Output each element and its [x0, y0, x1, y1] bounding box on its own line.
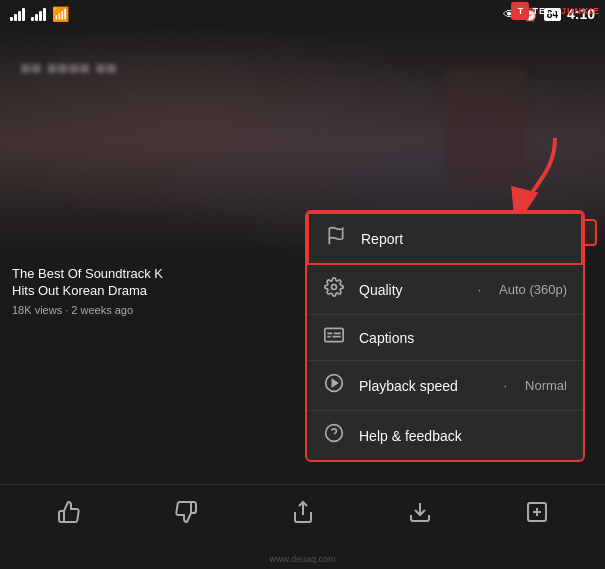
video-figure-blur	[445, 68, 525, 188]
video-text-blur: ■■ ■■■■ ■■	[20, 58, 117, 79]
playback-icon	[323, 373, 345, 398]
playback-dot: ·	[503, 378, 507, 393]
playback-value: Normal	[525, 378, 567, 393]
signal-bars-2	[31, 7, 46, 21]
flag-icon	[325, 226, 347, 251]
action-bar	[0, 484, 605, 539]
bottom-watermark: www.deuaq.com	[0, 554, 605, 564]
like-button[interactable]	[57, 500, 81, 524]
playback-label: Playback speed	[359, 378, 489, 394]
wifi-icon: 📶	[52, 6, 69, 22]
status-left: 📶	[10, 6, 69, 22]
menu-item-report[interactable]: Report	[307, 212, 583, 265]
quality-value: Auto (360p)	[499, 282, 567, 297]
quality-label: Quality	[359, 282, 463, 298]
quality-dot: ·	[477, 282, 481, 297]
share-button[interactable]	[291, 500, 315, 524]
report-label: Report	[361, 231, 565, 247]
add-to-playlist-button[interactable]	[525, 500, 549, 524]
context-menu: Report Quality · Auto (360p) Captions	[305, 210, 585, 462]
dislike-button[interactable]	[174, 500, 198, 524]
download-button[interactable]	[408, 500, 432, 524]
help-icon	[323, 423, 345, 448]
signal-bars-1	[10, 7, 25, 21]
captions-label: Captions	[359, 330, 567, 346]
watermark: T TECHJUNKIE	[511, 2, 600, 20]
gear-icon	[323, 277, 345, 302]
menu-item-playback[interactable]: Playback speed · Normal	[307, 361, 583, 411]
menu-item-captions[interactable]: Captions	[307, 315, 583, 361]
watermark-logo: T	[511, 2, 529, 20]
menu-item-quality[interactable]: Quality · Auto (360p)	[307, 265, 583, 315]
help-label: Help & feedback	[359, 428, 567, 444]
watermark-brand: TECHJUNKIE	[532, 6, 600, 16]
svg-marker-9	[332, 380, 337, 387]
svg-rect-3	[325, 328, 343, 341]
svg-point-2	[332, 285, 337, 290]
menu-item-help[interactable]: Help & feedback	[307, 411, 583, 460]
captions-icon	[323, 327, 345, 348]
